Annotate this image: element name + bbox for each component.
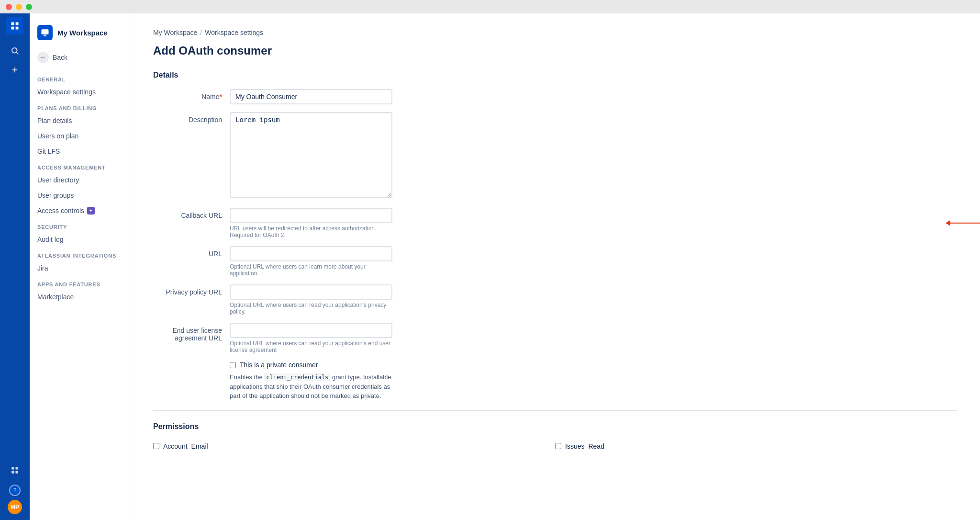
- privacy-policy-url-wrap: Optional URL where users can read your a…: [230, 284, 392, 315]
- callback-url-label: Callback URL: [153, 208, 230, 219]
- avatar[interactable]: MP: [8, 500, 22, 514]
- back-arrow-icon: ←: [37, 52, 49, 63]
- callback-url-input[interactable]: [230, 208, 392, 223]
- svg-rect-10: [11, 471, 14, 474]
- description-field-group: Description Lorem ipsum: [153, 112, 957, 200]
- rail-logo[interactable]: [6, 17, 23, 34]
- section-label-apps: Apps and Features: [30, 276, 130, 289]
- sidebar-item-access-controls[interactable]: Access controls: [30, 203, 130, 218]
- url-hint: Optional URL where users can learn more …: [230, 263, 392, 277]
- privacy-policy-url-input[interactable]: [230, 284, 392, 300]
- breadcrumb-separator: /: [200, 29, 202, 36]
- arrow-body: [950, 223, 980, 224]
- section-label-plans: Plans and Billing: [30, 100, 130, 113]
- private-consumer-description: Enables the client_credentials grant typ…: [230, 373, 392, 401]
- apps-grid-icon[interactable]: [6, 462, 23, 479]
- permissions-grid: Account Email Issues Read: [153, 441, 957, 452]
- private-consumer-group: This is a private consumer Enables the c…: [153, 361, 957, 401]
- breadcrumb-workspace[interactable]: My Workspace: [153, 29, 197, 36]
- section-label-atlassian: Atlassian Integrations: [30, 247, 130, 260]
- description-input-wrap: Lorem ipsum: [230, 112, 392, 200]
- private-consumer-checkbox-group: This is a private consumer: [230, 361, 392, 369]
- sidebar-item-plan-details[interactable]: Plan details: [30, 113, 130, 128]
- section-label-access: Access Management: [30, 159, 130, 172]
- back-button[interactable]: ← Back: [30, 48, 130, 67]
- back-label: Back: [53, 54, 67, 61]
- url-wrap: Optional URL where users can learn more …: [230, 246, 392, 277]
- traffic-light-green[interactable]: [26, 4, 32, 10]
- name-input-wrap: [230, 89, 392, 104]
- rail-bottom: ? MP: [6, 462, 23, 520]
- privacy-policy-url-field-group: Privacy policy URL Optional URL where us…: [153, 284, 957, 315]
- svg-rect-12: [42, 29, 49, 34]
- workspace-header[interactable]: My Workspace: [30, 21, 130, 48]
- breadcrumb: My Workspace / Workspace settings: [153, 29, 957, 36]
- privacy-policy-url-label: Privacy policy URL: [153, 284, 230, 296]
- eula-url-label: End user license agreement URL: [153, 323, 230, 342]
- sidebar-item-users-on-plan[interactable]: Users on plan: [30, 128, 130, 144]
- account-email-checkbox[interactable]: [153, 443, 159, 449]
- sidebar-item-jira[interactable]: Jira: [30, 260, 130, 276]
- section-label-general: General: [30, 71, 130, 84]
- traffic-light-yellow[interactable]: [16, 4, 22, 10]
- sidebar-item-workspace-settings[interactable]: Workspace settings: [30, 84, 130, 100]
- svg-rect-11: [16, 471, 18, 474]
- svg-rect-8: [11, 467, 14, 469]
- section-label-security: Security: [30, 218, 130, 232]
- annotation-arrow: Paste Authorized redirect URI here: [946, 208, 980, 238]
- issues-label: Issues: [565, 442, 584, 450]
- window-chrome: [0, 0, 980, 13]
- issues-read-checkbox[interactable]: [555, 443, 561, 449]
- section-divider: [153, 410, 957, 411]
- callback-url-hint: URL users will be redirected to after ac…: [230, 225, 392, 238]
- page-title: Add OAuth consumer: [153, 44, 957, 57]
- details-section-heading: Details: [153, 71, 957, 79]
- permissions-section: Permissions Account Email Issues Read: [153, 422, 957, 452]
- name-field-group: Name*: [153, 89, 957, 104]
- name-input[interactable]: [230, 89, 392, 104]
- client-credentials-code: client_credentials: [264, 373, 330, 381]
- sidebar: My Workspace ← Back General Workspace se…: [30, 13, 130, 520]
- add-icon[interactable]: [6, 61, 23, 79]
- svg-point-4: [12, 48, 17, 53]
- help-icon[interactable]: ?: [9, 485, 21, 496]
- sidebar-item-user-directory[interactable]: User directory: [30, 172, 130, 188]
- read-label: Read: [588, 442, 604, 450]
- app-container: ? MP My Workspace ← Back General Workspa…: [0, 13, 980, 520]
- svg-rect-1: [16, 23, 19, 25]
- privacy-policy-url-hint: Optional URL where users can read your a…: [230, 302, 392, 315]
- private-consumer-checkbox[interactable]: [230, 362, 236, 368]
- url-input[interactable]: [230, 246, 392, 261]
- svg-rect-2: [11, 27, 14, 30]
- sidebar-item-marketplace[interactable]: Marketplace: [30, 289, 130, 305]
- permissions-heading: Permissions: [153, 422, 957, 431]
- eula-url-hint: Optional URL where users can read your a…: [230, 340, 392, 353]
- account-label: Account: [163, 442, 188, 450]
- traffic-light-red[interactable]: [6, 4, 12, 10]
- name-label: Name*: [153, 89, 230, 101]
- eula-url-input[interactable]: [230, 323, 392, 338]
- search-icon[interactable]: [6, 42, 23, 59]
- eula-url-field-group: End user license agreement URL Optional …: [153, 323, 957, 353]
- callback-url-wrap: URL users will be redirected to after ac…: [230, 208, 392, 238]
- email-label: Email: [191, 442, 208, 450]
- url-label: URL: [153, 246, 230, 258]
- svg-line-5: [16, 52, 18, 54]
- private-consumer-label[interactable]: This is a private consumer: [240, 361, 318, 369]
- permission-issues-read: Issues Read: [555, 441, 957, 452]
- access-controls-label: Access controls: [37, 207, 84, 215]
- description-label: Description: [153, 112, 230, 124]
- description-textarea[interactable]: Lorem ipsum: [230, 112, 392, 198]
- eula-url-wrap: Optional URL where users can read your a…: [230, 323, 392, 353]
- sidebar-item-git-lfs[interactable]: Git LFS: [30, 144, 130, 159]
- callback-url-field-group: Callback URL URL users will be redirecte…: [153, 208, 957, 238]
- sidebar-item-audit-log[interactable]: Audit log: [30, 232, 130, 247]
- svg-rect-9: [16, 467, 18, 469]
- private-consumer-spacer: [153, 361, 230, 365]
- main-content: My Workspace / Workspace settings Add OA…: [130, 13, 980, 520]
- arrow-line: [946, 220, 980, 226]
- sidebar-item-user-groups[interactable]: User groups: [30, 188, 130, 203]
- breadcrumb-current: Workspace settings: [205, 29, 263, 36]
- svg-rect-0: [11, 23, 14, 25]
- private-consumer-wrap: This is a private consumer Enables the c…: [230, 361, 392, 401]
